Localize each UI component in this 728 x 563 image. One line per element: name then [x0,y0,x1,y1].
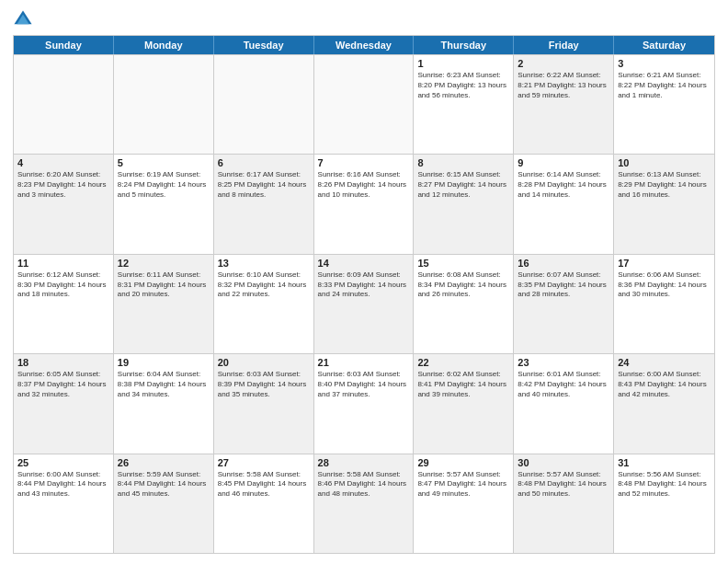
calendar: SundayMondayTuesdayWednesdayThursdayFrid… [13,35,715,554]
calendar-header-cell: Monday [114,36,214,54]
cell-text: Sunrise: 6:20 AM Sunset: 8:23 PM Dayligh… [17,170,109,200]
cell-text: Sunrise: 5:59 AM Sunset: 8:44 PM Dayligh… [118,470,210,500]
calendar-cell: 27Sunrise: 5:58 AM Sunset: 8:45 PM Dayli… [214,454,314,553]
calendar-cell: 20Sunrise: 6:03 AM Sunset: 8:39 PM Dayli… [214,354,314,453]
calendar-cell: 17Sunrise: 6:06 AM Sunset: 8:36 PM Dayli… [614,255,714,353]
cell-text: Sunrise: 5:58 AM Sunset: 8:46 PM Dayligh… [318,470,410,500]
calendar-cell: 16Sunrise: 6:07 AM Sunset: 8:35 PM Dayli… [514,255,614,353]
calendar-cell: 6Sunrise: 6:17 AM Sunset: 8:25 PM Daylig… [214,155,314,253]
calendar-week-row: 25Sunrise: 6:00 AM Sunset: 8:44 PM Dayli… [14,454,714,553]
calendar-week-row: 4Sunrise: 6:20 AM Sunset: 8:23 PM Daylig… [14,154,714,253]
cell-text: Sunrise: 6:10 AM Sunset: 8:32 PM Dayligh… [218,270,310,300]
cell-text: Sunrise: 5:56 AM Sunset: 8:48 PM Dayligh… [618,470,711,500]
calendar-cell: 3Sunrise: 6:21 AM Sunset: 8:22 PM Daylig… [614,55,714,154]
day-number: 2 [518,58,609,69]
day-number: 3 [618,58,711,69]
calendar-cell: 9Sunrise: 6:14 AM Sunset: 8:28 PM Daylig… [514,155,614,253]
calendar-header-cell: Tuesday [214,36,314,54]
day-number: 24 [618,357,711,368]
calendar-cell-empty [14,55,114,154]
day-number: 31 [618,457,711,468]
day-number: 23 [518,357,609,368]
cell-text: Sunrise: 6:03 AM Sunset: 8:40 PM Dayligh… [318,370,410,399]
cell-text: Sunrise: 6:14 AM Sunset: 8:28 PM Dayligh… [518,170,609,200]
cell-text: Sunrise: 6:07 AM Sunset: 8:35 PM Dayligh… [518,270,609,300]
cell-text: Sunrise: 6:23 AM Sunset: 8:20 PM Dayligh… [417,71,509,100]
cell-text: Sunrise: 5:58 AM Sunset: 8:45 PM Dayligh… [218,470,310,500]
calendar-cell-empty [314,55,415,154]
cell-text: Sunrise: 6:04 AM Sunset: 8:38 PM Dayligh… [118,370,210,399]
day-number: 14 [318,258,410,269]
day-number: 18 [17,357,109,368]
day-number: 28 [318,457,410,468]
day-number: 12 [118,258,210,269]
calendar-cell: 11Sunrise: 6:12 AM Sunset: 8:30 PM Dayli… [14,255,114,353]
calendar-cell: 28Sunrise: 5:58 AM Sunset: 8:46 PM Dayli… [314,454,415,553]
cell-text: Sunrise: 6:12 AM Sunset: 8:30 PM Dayligh… [17,270,109,300]
logo-icon [13,9,33,29]
calendar-cell: 4Sunrise: 6:20 AM Sunset: 8:23 PM Daylig… [14,155,114,253]
calendar-header-cell: Wednesday [314,36,415,54]
calendar-cell: 8Sunrise: 6:15 AM Sunset: 8:27 PM Daylig… [414,155,514,253]
cell-text: Sunrise: 6:06 AM Sunset: 8:36 PM Dayligh… [618,270,711,300]
calendar-cell: 29Sunrise: 5:57 AM Sunset: 8:47 PM Dayli… [414,454,514,553]
day-number: 4 [17,157,109,168]
day-number: 13 [218,258,310,269]
cell-text: Sunrise: 6:09 AM Sunset: 8:33 PM Dayligh… [318,270,410,300]
cell-text: Sunrise: 6:19 AM Sunset: 8:24 PM Dayligh… [118,170,210,200]
cell-text: Sunrise: 5:57 AM Sunset: 8:48 PM Dayligh… [518,470,609,500]
cell-text: Sunrise: 6:16 AM Sunset: 8:26 PM Dayligh… [318,170,410,200]
day-number: 17 [618,258,711,269]
calendar-week-row: 18Sunrise: 6:05 AM Sunset: 8:37 PM Dayli… [14,353,714,453]
cell-text: Sunrise: 6:05 AM Sunset: 8:37 PM Dayligh… [17,370,109,399]
page: SundayMondayTuesdayWednesdayThursdayFrid… [0,0,728,563]
calendar-cell: 24Sunrise: 6:00 AM Sunset: 8:43 PM Dayli… [614,354,714,453]
calendar-cell: 1Sunrise: 6:23 AM Sunset: 8:20 PM Daylig… [414,55,514,154]
calendar-header-cell: Sunday [14,36,114,54]
day-number: 9 [518,157,609,168]
calendar-cell-empty [114,55,214,154]
cell-text: Sunrise: 6:00 AM Sunset: 8:44 PM Dayligh… [17,470,109,500]
day-number: 7 [318,157,410,168]
day-number: 30 [518,457,609,468]
cell-text: Sunrise: 5:57 AM Sunset: 8:47 PM Dayligh… [417,470,509,500]
cell-text: Sunrise: 6:15 AM Sunset: 8:27 PM Dayligh… [417,170,509,200]
calendar-cell: 7Sunrise: 6:16 AM Sunset: 8:26 PM Daylig… [314,155,415,253]
day-number: 26 [118,457,210,468]
day-number: 1 [417,58,509,69]
day-number: 20 [218,357,310,368]
day-number: 6 [218,157,310,168]
calendar-week-row: 11Sunrise: 6:12 AM Sunset: 8:30 PM Dayli… [14,254,714,353]
calendar-header-cell: Saturday [614,36,714,54]
calendar-cell: 30Sunrise: 5:57 AM Sunset: 8:48 PM Dayli… [514,454,614,553]
day-number: 5 [118,157,210,168]
calendar-cell: 19Sunrise: 6:04 AM Sunset: 8:38 PM Dayli… [114,354,214,453]
cell-text: Sunrise: 6:02 AM Sunset: 8:41 PM Dayligh… [417,370,509,399]
cell-text: Sunrise: 6:17 AM Sunset: 8:25 PM Dayligh… [218,170,310,200]
cell-text: Sunrise: 6:01 AM Sunset: 8:42 PM Dayligh… [518,370,609,399]
calendar-header-row: SundayMondayTuesdayWednesdayThursdayFrid… [14,36,714,54]
day-number: 27 [218,457,310,468]
calendar-week-row: 1Sunrise: 6:23 AM Sunset: 8:20 PM Daylig… [14,54,714,154]
day-number: 15 [417,258,509,269]
day-number: 29 [417,457,509,468]
calendar-header-cell: Thursday [414,36,514,54]
calendar-cell: 12Sunrise: 6:11 AM Sunset: 8:31 PM Dayli… [114,255,214,353]
cell-text: Sunrise: 6:13 AM Sunset: 8:29 PM Dayligh… [618,170,711,200]
calendar-cell-empty [214,55,314,154]
calendar-cell: 10Sunrise: 6:13 AM Sunset: 8:29 PM Dayli… [614,155,714,253]
day-number: 19 [118,357,210,368]
cell-text: Sunrise: 6:11 AM Sunset: 8:31 PM Dayligh… [118,270,210,300]
calendar-cell: 22Sunrise: 6:02 AM Sunset: 8:41 PM Dayli… [414,354,514,453]
logo [13,9,37,29]
day-number: 21 [318,357,410,368]
cell-text: Sunrise: 6:03 AM Sunset: 8:39 PM Dayligh… [218,370,310,399]
day-number: 25 [17,457,109,468]
calendar-cell: 15Sunrise: 6:08 AM Sunset: 8:34 PM Dayli… [414,255,514,353]
day-number: 10 [618,157,711,168]
cell-text: Sunrise: 6:21 AM Sunset: 8:22 PM Dayligh… [618,71,711,100]
calendar-cell: 21Sunrise: 6:03 AM Sunset: 8:40 PM Dayli… [314,354,415,453]
calendar-cell: 5Sunrise: 6:19 AM Sunset: 8:24 PM Daylig… [114,155,214,253]
calendar-cell: 26Sunrise: 5:59 AM Sunset: 8:44 PM Dayli… [114,454,214,553]
cell-text: Sunrise: 6:00 AM Sunset: 8:43 PM Dayligh… [618,370,711,399]
